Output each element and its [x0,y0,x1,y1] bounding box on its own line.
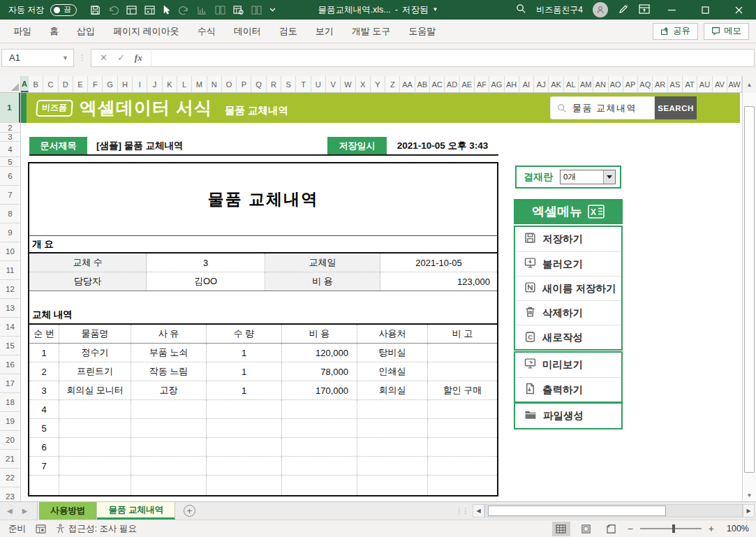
zoom-slider-handle[interactable] [672,524,675,533]
column-header-P[interactable]: P [237,76,251,92]
details-cell[interactable] [59,438,131,456]
overview-value-cell[interactable]: 3 [147,253,265,272]
row-header-11[interactable]: 11 [0,261,20,280]
saved-time-value[interactable]: 2021-10-05 오후 3:43 [387,140,498,152]
overview-value-cell[interactable]: 김OO [147,272,265,290]
details-cell[interactable] [428,400,497,418]
vertical-scrollbar[interactable]: ▼ [742,93,756,501]
row-header-19[interactable]: 19 [0,412,20,431]
details-cell[interactable]: 비 고 [428,325,497,343]
column-header-Y[interactable]: Y [371,76,385,92]
memo-button[interactable]: 메모 [704,23,749,40]
ribbon-tab-6[interactable]: 검토 [270,20,306,43]
column-header-AU[interactable]: AU [697,76,712,92]
row-header-4[interactable]: 4 [0,142,20,157]
column-header-AP[interactable]: AP [623,76,638,92]
details-cell[interactable] [131,476,207,495]
details-cell[interactable] [282,419,357,437]
row-header-20[interactable]: 20 [0,431,20,450]
column-header-AD[interactable]: AD [445,76,459,92]
details-cell[interactable] [428,344,497,362]
details-cell[interactable]: 사 유 [131,325,207,343]
cancel-entry-icon[interactable]: ✕ [100,52,108,63]
maximize-button[interactable] [693,0,717,20]
qat-more-icon[interactable] [269,8,276,12]
column-header-AA[interactable]: AA [400,76,415,92]
zoom-slider[interactable] [640,528,702,529]
overview-label-cell[interactable]: 교체 수 [29,253,147,272]
column-header-AJ[interactable]: AJ [534,76,549,92]
details-cell[interactable]: 5 [29,419,59,437]
column-header-AQ[interactable]: AQ [638,76,653,92]
row-header-5[interactable]: 5 [0,157,20,167]
column-header-AC[interactable]: AC [430,76,445,92]
details-cell[interactable]: 170,000 [282,381,357,399]
details-cell[interactable] [131,419,207,437]
overview-label-cell[interactable]: 교체일 [265,253,380,272]
details-cell[interactable]: 사용처 [357,325,428,343]
normal-view-button[interactable] [552,522,570,536]
zoom-in-button[interactable]: + [709,523,714,534]
ribbon-display-options-icon[interactable] [639,4,650,16]
row-header-14[interactable]: 14 [0,318,20,337]
accessibility-status[interactable]: 접근성: 조사 필요 [56,523,137,535]
row-header-23[interactable]: 23 [0,487,20,501]
qat-cursor-icon[interactable] [163,5,171,15]
namebox-dropdown-icon[interactable]: ▼ [62,54,73,61]
formula-input[interactable] [151,49,755,67]
details-cell[interactable]: 2 [29,362,59,381]
confirm-entry-icon[interactable]: ✓ [117,52,125,63]
tab-splitter-handle[interactable]: ⋮⋮ [456,507,468,515]
row-header-7[interactable]: 7 [0,186,20,205]
insert-function-icon[interactable]: fx [135,52,142,64]
column-header-V[interactable]: V [326,76,341,92]
details-cell[interactable] [282,457,357,475]
column-header-AW[interactable]: AW [727,76,742,92]
column-header-AB[interactable]: AB [415,76,430,92]
overview-label-cell[interactable]: 비 용 [265,272,380,290]
share-button[interactable]: 공유 [653,23,698,40]
details-cell[interactable] [59,400,131,418]
qat-merge-icon[interactable] [251,6,262,15]
column-header-Q[interactable]: Q [251,76,266,92]
qat-undo-icon[interactable] [108,6,119,15]
bizform-search-input[interactable]: 물품 교체내역 [550,96,655,119]
menu-item-새로작성[interactable]: C새로작성 [515,325,621,349]
page-layout-view-button[interactable] [577,522,595,536]
hscroll-right-button[interactable]: ▶ [743,504,755,517]
menu-item-저장하기[interactable]: 저장하기 [515,227,621,251]
column-header-U[interactable]: U [311,76,326,92]
row-header-3[interactable]: 3 [0,133,20,142]
qat-table-icon[interactable] [126,6,137,15]
column-header-N[interactable]: N [207,76,222,92]
row-header-16[interactable]: 16 [0,355,20,374]
row-header-21[interactable]: 21 [0,450,20,469]
details-cell[interactable]: 회의실 모니터 [59,381,131,399]
details-cell[interactable]: 할인 구매 [428,381,497,399]
column-header-AL[interactable]: AL [564,76,579,92]
sheet-nav-left-icon[interactable]: ◀ [7,507,13,515]
row-header-6[interactable]: 6 [0,167,20,186]
search-icon[interactable] [516,3,526,16]
details-cell[interactable]: 1 [207,381,282,399]
details-cell[interactable]: 비 용 [282,325,357,343]
details-cell[interactable] [59,476,131,495]
row-header-22[interactable]: 22 [0,469,20,487]
menu-item-출력하기[interactable]: 출력하기 [515,377,621,402]
approval-count-select[interactable]: 0개 [560,170,616,184]
column-header-AH[interactable]: AH [505,76,519,92]
column-header-L[interactable]: L [177,76,192,92]
sheet-tab-0[interactable]: 사용방법 [39,502,97,520]
column-header-S[interactable]: S [281,76,296,92]
doc-title-value[interactable]: [샘플] 물품 교체내역 [96,140,184,152]
details-cell[interactable]: 부품 노쇠 [131,344,207,362]
minimize-button[interactable] [660,0,683,20]
hscroll-left-button[interactable]: ◀ [473,504,484,517]
column-header-G[interactable]: G [103,76,117,92]
row-header-17[interactable]: 17 [0,374,20,393]
details-cell[interactable]: 물품명 [59,325,131,343]
column-header-AS[interactable]: AS [668,76,683,92]
details-cell[interactable]: 3 [29,381,59,399]
column-header-O[interactable]: O [222,76,237,92]
details-cell[interactable] [131,400,207,418]
